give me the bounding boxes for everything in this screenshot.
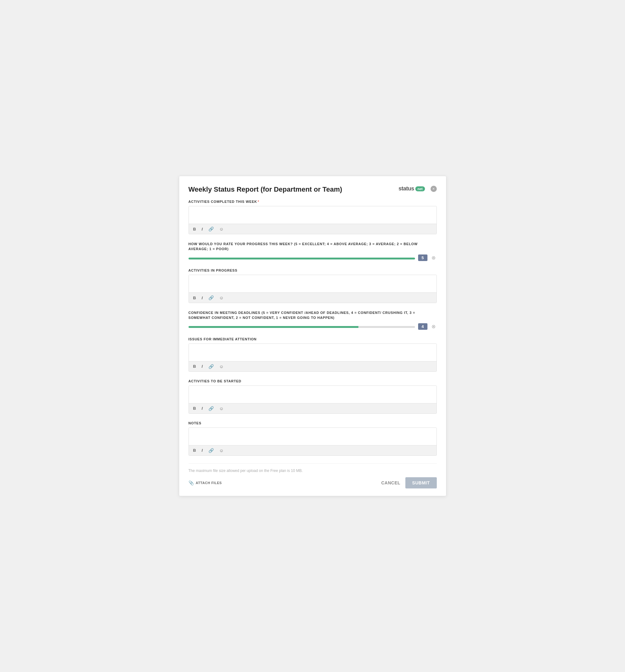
progress-rating-label: HOW WOULD YOU RATE YOUR PROGRESS THIS WE… xyxy=(189,242,437,251)
confidence-rating-slider[interactable] xyxy=(189,326,415,328)
emoji-button-1[interactable]: ☺ xyxy=(218,226,225,232)
bold-button-1[interactable]: B xyxy=(192,226,197,232)
footer-actions: 📎 ATTACH FILES CANCEL SUBMIT xyxy=(189,477,437,488)
progress-rating-section: HOW WOULD YOU RATE YOUR PROGRESS THIS WE… xyxy=(189,242,437,261)
issues-attention-label: ISSUES FOR IMMEDIATE ATTENTION xyxy=(189,337,437,341)
emoji-button-2[interactable]: ☺ xyxy=(218,295,225,301)
link-button-2[interactable]: 🔗 xyxy=(207,295,215,301)
bold-button-2[interactable]: B xyxy=(192,295,197,301)
link-button-3[interactable]: 🔗 xyxy=(207,363,215,369)
link-icon-5: 🔗 xyxy=(209,448,214,453)
emoji-button-4[interactable]: ☺ xyxy=(218,405,225,412)
activities-to-start-section: ACTIVITIES TO BE STARTED B I 🔗 ☺ xyxy=(189,379,437,414)
emoji-icon-4: ☺ xyxy=(219,406,224,411)
modal-header: Weekly Status Report (for Department or … xyxy=(189,186,437,193)
activities-to-start-editor: B I 🔗 ☺ xyxy=(189,385,437,414)
bold-button-4[interactable]: B xyxy=(192,405,197,411)
activities-completed-editor: B I 🔗 ☺ xyxy=(189,206,437,234)
activities-completed-section: ACTIVITIES COMPLETED THIS WEEK* B I 🔗 ☺ xyxy=(189,200,437,234)
close-button[interactable]: × xyxy=(431,186,437,192)
brand-text: status xyxy=(399,186,414,192)
notes-input[interactable] xyxy=(189,428,436,444)
modal-backdrop: Weekly Status Report (for Department or … xyxy=(179,176,447,496)
modal: Weekly Status Report (for Department or … xyxy=(179,176,447,496)
italic-button-5[interactable]: I xyxy=(200,447,204,453)
submit-button[interactable]: SUBMIT xyxy=(405,477,437,488)
notes-label: NOTES xyxy=(189,421,437,425)
confidence-rating-label: CONFIDENCE IN MEETING DEADLINES (5 = VER… xyxy=(189,311,437,320)
link-icon-1: 🔗 xyxy=(209,226,214,232)
link-button-4[interactable]: 🔗 xyxy=(207,405,215,412)
bold-button-3[interactable]: B xyxy=(192,363,197,369)
confidence-slider-row: 4 ⊗ xyxy=(189,323,437,330)
link-button-5[interactable]: 🔗 xyxy=(207,447,215,454)
emoji-icon-2: ☺ xyxy=(219,295,224,300)
issues-attention-input[interactable] xyxy=(189,344,436,360)
cancel-button[interactable]: CANCEL xyxy=(381,480,400,485)
issues-attention-editor: B I 🔗 ☺ xyxy=(189,343,437,372)
confidence-rating-section: CONFIDENCE IN MEETING DEADLINES (5 = VER… xyxy=(189,311,437,330)
clear-icon-confidence: ⊗ xyxy=(432,323,436,330)
progress-rating-slider[interactable] xyxy=(189,258,415,260)
modal-title: Weekly Status Report (for Department or … xyxy=(189,186,342,193)
emoji-button-3[interactable]: ☺ xyxy=(218,363,225,369)
italic-button-2[interactable]: I xyxy=(200,295,204,301)
confidence-rating-clear[interactable]: ⊗ xyxy=(431,323,437,330)
notes-section: NOTES B I 🔗 ☺ xyxy=(189,421,437,456)
link-icon-2: 🔗 xyxy=(209,295,214,300)
confidence-slider-container xyxy=(189,323,415,329)
activities-completed-toolbar: B I 🔗 ☺ xyxy=(189,224,436,234)
activities-to-start-input[interactable] xyxy=(189,386,436,402)
brand-badge: net xyxy=(415,186,425,191)
emoji-icon-1: ☺ xyxy=(219,226,224,232)
modal-title-group: Weekly Status Report (for Department or … xyxy=(189,186,342,193)
italic-button-4[interactable]: I xyxy=(200,405,204,411)
italic-button-1[interactable]: I xyxy=(200,226,204,232)
progress-slider-row: 5 ⊗ xyxy=(189,255,437,261)
required-indicator: * xyxy=(258,200,259,203)
activities-completed-input[interactable] xyxy=(189,206,436,222)
attach-icon: 📎 xyxy=(189,480,194,485)
clear-icon-progress: ⊗ xyxy=(432,255,436,261)
activities-completed-label: ACTIVITIES COMPLETED THIS WEEK* xyxy=(189,200,437,203)
activities-in-progress-section: ACTIVITIES IN PROGRESS B I 🔗 ☺ xyxy=(189,268,437,303)
activities-in-progress-input[interactable] xyxy=(189,275,436,291)
right-actions: CANCEL SUBMIT xyxy=(381,477,436,488)
confidence-rating-value: 4 xyxy=(418,323,428,330)
brand-logo: status net xyxy=(399,186,425,192)
notes-editor: B I 🔗 ☺ xyxy=(189,428,437,456)
attach-label: ATTACH FILES xyxy=(196,481,222,485)
emoji-icon-5: ☺ xyxy=(219,448,224,453)
activities-to-start-toolbar: B I 🔗 ☺ xyxy=(189,403,436,413)
activities-in-progress-label: ACTIVITIES IN PROGRESS xyxy=(189,268,437,272)
emoji-icon-3: ☺ xyxy=(219,364,224,369)
progress-slider-container xyxy=(189,255,415,261)
emoji-button-5[interactable]: ☺ xyxy=(218,447,225,454)
link-button-1[interactable]: 🔗 xyxy=(207,226,215,232)
modal-footer: The maximum file size allowed per upload… xyxy=(189,463,437,488)
notes-toolbar: B I 🔗 ☺ xyxy=(189,445,436,455)
progress-rating-value: 5 xyxy=(418,255,428,261)
link-icon-3: 🔗 xyxy=(209,364,214,369)
link-icon-4: 🔗 xyxy=(209,406,214,411)
issues-attention-toolbar: B I 🔗 ☺ xyxy=(189,361,436,371)
header-right: status net × xyxy=(399,186,437,192)
activities-in-progress-toolbar: B I 🔗 ☺ xyxy=(189,292,436,303)
activities-in-progress-editor: B I 🔗 ☺ xyxy=(189,275,437,303)
issues-attention-section: ISSUES FOR IMMEDIATE ATTENTION B I 🔗 ☺ xyxy=(189,337,437,372)
italic-button-3[interactable]: I xyxy=(200,363,204,369)
bold-button-5[interactable]: B xyxy=(192,447,197,453)
progress-rating-clear[interactable]: ⊗ xyxy=(431,255,437,261)
file-size-note: The maximum file size allowed per upload… xyxy=(189,469,437,473)
attach-files-button[interactable]: 📎 ATTACH FILES xyxy=(189,480,222,485)
activities-to-start-label: ACTIVITIES TO BE STARTED xyxy=(189,379,437,383)
